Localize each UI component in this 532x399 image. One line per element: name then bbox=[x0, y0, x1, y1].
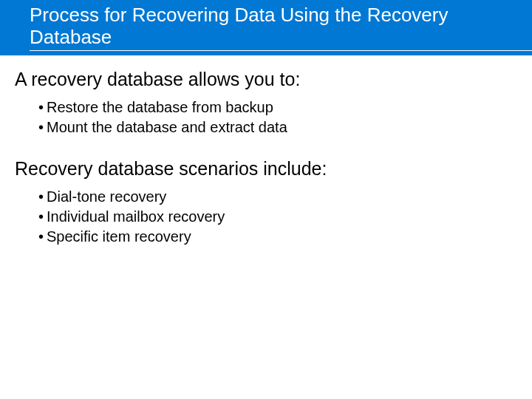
list-item: •Restore the database from backup bbox=[38, 98, 517, 117]
list-item-text: Dial-tone recovery bbox=[47, 188, 166, 205]
list-item: •Mount the database and extract data bbox=[38, 117, 517, 137]
bullet-icon: • bbox=[38, 99, 47, 115]
list-item-text: Individual mailbox recovery bbox=[47, 208, 225, 225]
bullet-list-2: •Dial-tone recovery •Individual mailbox … bbox=[38, 187, 517, 247]
slide-title: Process for Recovering Data Using the Re… bbox=[30, 4, 532, 51]
bullet-icon: • bbox=[38, 228, 47, 245]
list-item-text: Specific item recovery bbox=[47, 228, 191, 245]
section-lead-2: Recovery database scenarios include: bbox=[15, 158, 517, 180]
bullet-icon: • bbox=[38, 119, 47, 135]
list-item-text: Restore the database from backup bbox=[47, 99, 273, 115]
list-item: •Individual mailbox recovery bbox=[38, 207, 517, 227]
list-item: •Specific item recovery bbox=[38, 227, 517, 247]
list-item: •Dial-tone recovery bbox=[38, 187, 517, 207]
section-lead-1: A recovery database allows you to: bbox=[15, 69, 517, 90]
title-bar: Process for Recovering Data Using the Re… bbox=[0, 0, 532, 55]
bullet-icon: • bbox=[38, 208, 47, 225]
bullet-icon: • bbox=[38, 188, 47, 205]
list-item-text: Mount the database and extract data bbox=[47, 119, 287, 135]
bullet-list-1: •Restore the database from backup •Mount… bbox=[38, 98, 517, 137]
slide-content: A recovery database allows you to: •Rest… bbox=[0, 55, 532, 247]
